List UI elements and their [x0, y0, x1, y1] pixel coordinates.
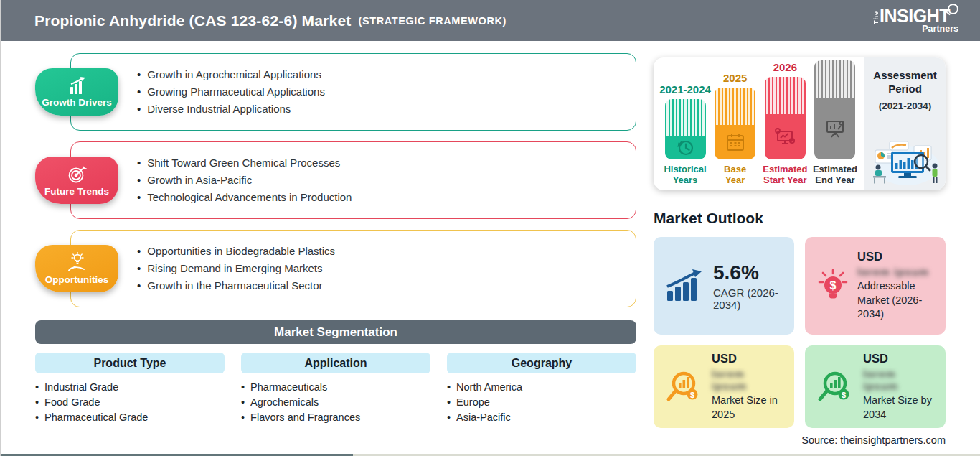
insight-partners-logo: The INSIGHT Partners [872, 7, 958, 34]
bar [665, 99, 706, 159]
market-size-2034-card: $ USD lorem ipsum Market Size by 2034 [805, 345, 946, 428]
bar-label: Estimated End Year [813, 164, 857, 186]
bar-stripes [715, 88, 755, 125]
bar-body [665, 136, 706, 159]
column-list: Industrial Grade Food Grade Pharmaceutic… [35, 381, 225, 424]
logo-insight: INSIGHT [880, 7, 950, 25]
logo-partners: Partners [880, 24, 958, 34]
bar-stripes [765, 77, 806, 114]
bulb-dollar-icon: $ [816, 266, 848, 305]
assessment-range: (2021-2034) [879, 101, 932, 111]
list-item: Pharmaceuticals [241, 381, 430, 394]
future-trends-box: Shift Toward Green Chemical Processes Gr… [70, 141, 636, 219]
monitor-chart-icon [773, 126, 797, 148]
badge-label: Opportunities [45, 274, 109, 285]
bar-label: Base Year [724, 164, 746, 186]
column-header: Geography [447, 353, 636, 373]
list-item: Growth in Asia-Pacific [137, 173, 352, 187]
growth-drivers-list: Growth in Agrochemical Applications Grow… [137, 65, 325, 119]
bar-body [814, 98, 855, 159]
market-size-2025-card: $ USD lorem ipsum Market Size in 2025 [654, 345, 794, 428]
badge-label: Future Trends [44, 186, 109, 197]
market-outlook-title: Market Outlook [654, 210, 946, 227]
assessment-line: Assessment [873, 69, 936, 83]
bar-body [765, 114, 806, 159]
currency-label: USD [863, 352, 934, 366]
assessment-period-panel: Assessment Period (2021-2034) [864, 57, 946, 190]
timeline-bar-end: 2034 [814, 57, 856, 186]
list-item: Opportunities in Biodegradable Plastics [137, 244, 335, 259]
header: Propionic Anhydride (CAS 123-62-6) Marke… [1, 0, 980, 41]
cagr-value: 5.6% [713, 261, 783, 284]
page-subtitle: (STRATEGIC FRAMEWORK) [359, 15, 507, 27]
framework-column: Growth Drivers Growth in Agrochemical Ap… [35, 53, 636, 446]
currency-label: USD [857, 250, 934, 264]
bar-year: 2026 [773, 61, 797, 73]
list-item: Europe [447, 396, 636, 409]
size-2025-text: USD lorem ipsum Market Size in 2025 [712, 352, 783, 422]
segmentation-column-application: Application Pharmaceuticals Agrochemical… [241, 353, 430, 426]
bar-chart-up-icon [66, 77, 88, 95]
outlook-column: 2021-2024 [654, 53, 946, 446]
list-item: North America [447, 381, 636, 394]
bar-year: 2021-2024 [659, 83, 711, 96]
list-item: Pharmaceutical Grade [35, 411, 225, 424]
list-item: Industrial Grade [35, 381, 225, 394]
list-item: Shift Toward Green Chemical Processes [137, 156, 352, 170]
logo-wordmark: INSIGHT Partners [880, 7, 958, 34]
addressable-market-card: $ USD lorem ipsum Addressable Market (20… [805, 237, 946, 335]
segmentation-columns: Product Type Industrial Grade Food Grade… [35, 353, 636, 426]
growth-bars-arrow-icon [665, 269, 704, 302]
segmentation-title: Market Segmentation [274, 325, 397, 340]
forecast-timeline-card: 2021-2024 [654, 57, 946, 190]
svg-text:$: $ [830, 279, 837, 292]
bar [715, 88, 755, 159]
bar-label: Estimated Start Year [763, 164, 807, 186]
column-header: Product Type [35, 353, 225, 373]
badge-label: Growth Drivers [42, 97, 112, 108]
future-trends-badge: Future Trends [35, 157, 118, 204]
bar-stripes [665, 99, 706, 136]
list-item: Growth in the Pharmaceutical Sector [137, 279, 335, 293]
list-item: Technological Advancements in Production [137, 190, 352, 205]
list-item: Flavors and Fragrances [241, 411, 430, 424]
calendar-icon [725, 131, 746, 153]
growth-drivers-section: Growth Drivers Growth in Agrochemical Ap… [35, 53, 636, 131]
growth-drivers-badge: Growth Drivers [35, 68, 118, 116]
magnifier-chart-icon: $ [816, 370, 854, 404]
bar-stripes [814, 60, 855, 98]
magnifier-icon [948, 4, 958, 14]
list-item: Diverse Industrial Applications [137, 102, 325, 116]
page-title: Propionic Anhydride (CAS 123-62-6) Marke… [34, 12, 352, 29]
content: Growth Drivers Growth in Agrochemical Ap… [1, 41, 980, 446]
future-trends-list: Shift Toward Green Chemical Processes Gr… [137, 153, 352, 208]
list-item: Food Grade [35, 396, 225, 409]
card-label: Market Size in 2025 [712, 394, 783, 422]
bulb-hand-icon [66, 252, 88, 272]
column-list: North America Europe Asia-Pacific [447, 381, 636, 424]
bar [765, 77, 806, 159]
timeline-bar-historical: 2021-2024 [664, 83, 706, 186]
presentation-chart-icon [824, 118, 847, 139]
bar [814, 60, 855, 159]
source-credit: Source: theinsightpartners.com [654, 434, 946, 446]
logo-the: The [872, 11, 880, 24]
target-dart-icon [67, 164, 87, 184]
assessment-line: Period [888, 83, 922, 96]
currency-label: USD [712, 352, 783, 366]
cagr-label: CAGR (2026-2034) [713, 287, 783, 311]
timeline-bar-start: 2026 [764, 61, 806, 186]
list-item: Growing Pharmaceutical Applications [137, 85, 325, 99]
card-label: Market Size by 2034 [863, 394, 934, 422]
segmentation-column-geography: Geography North America Europe Asia-Paci… [447, 353, 636, 426]
blurred-value: lorem ipsum [857, 266, 934, 278]
opportunities-badge: Opportunities [35, 245, 118, 292]
size-2034-text: USD lorem ipsum Market Size by 2034 [863, 352, 934, 422]
segmentation-column-product-type: Product Type Industrial Grade Food Grade… [35, 353, 225, 426]
addressable-text: USD lorem ipsum Addressable Market (2026… [857, 250, 934, 322]
timeline-bar-base: 2025 Base [715, 72, 756, 186]
outlook-cards: 5.6% CAGR (2026-2034) $ USD [654, 237, 946, 428]
svg-text:$: $ [842, 390, 846, 399]
list-item: Asia-Pacific [447, 411, 636, 424]
card-label: Addressable Market (2026-2034) [857, 279, 934, 322]
